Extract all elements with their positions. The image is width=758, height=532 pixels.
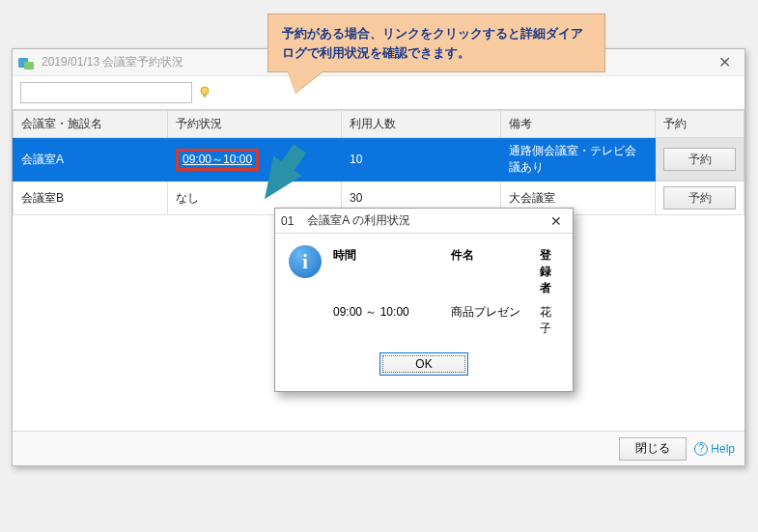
app-icon (18, 56, 36, 70)
annotation-callout: 予約がある場合、リンクをクリックすると詳細ダイアログで利用状況を確認できます。 (267, 14, 605, 72)
cell-reserve: 予約 (656, 138, 744, 182)
cell-note: 通路側会議室・テレビ会議あり (501, 138, 656, 182)
footer-bar: 閉じる ? Help (13, 431, 744, 465)
svg-rect-1 (204, 95, 207, 98)
reservation-grid: 会議室・施設名 予約状況 利用人数 備考 予約 会議室A 09:00～10:00… (13, 109, 744, 215)
grid-header-row: 会議室・施設名 予約状況 利用人数 備考 予約 (14, 111, 744, 138)
cell-room: 会議室B (14, 182, 168, 215)
val-time: 09:00 ～ 10:00 (333, 304, 434, 337)
col-room: 会議室・施設名 (14, 111, 168, 138)
help-link[interactable]: ? Help (694, 442, 735, 456)
col-capacity: 利用人数 (342, 111, 501, 138)
dialog-title-prefix: 01 (281, 214, 294, 228)
dialog-close-icon[interactable]: ✕ (546, 212, 567, 230)
close-icon[interactable]: ✕ (710, 53, 739, 72)
cell-reserve: 予約 (656, 182, 744, 215)
info-icon: i (289, 245, 322, 278)
ok-button[interactable]: OK (379, 352, 468, 376)
col-status: 予約状況 (168, 111, 342, 138)
svg-point-0 (201, 87, 209, 95)
col-reserve: 予約 (656, 111, 744, 138)
annotation-text: 予約がある場合、リンクをクリックすると詳細ダイアログで利用状況を確認できます。 (282, 26, 583, 60)
val-subject: 商品プレゼン (451, 304, 522, 337)
dialog-body: i 時間 件名 登録者 09:00 ～ 10:00 商品プレゼン 花子 OK (275, 234, 573, 391)
val-registrant: 花子 (540, 304, 559, 337)
hint-bulb-icon[interactable] (198, 86, 211, 99)
reserve-button[interactable]: 予約 (663, 186, 736, 210)
dialog-title-bar: 01 会議室A の利用状況 ✕ (275, 209, 573, 234)
reservation-link[interactable]: 09:00～10:00 (182, 153, 252, 166)
hdr-registrant: 登録者 (540, 247, 559, 296)
cell-capacity: 10 (342, 138, 501, 182)
detail-dialog: 01 会議室A の利用状況 ✕ i 時間 件名 登録者 09:00 ～ 10:0… (274, 208, 574, 392)
dialog-values: 09:00 ～ 10:00 商品プレゼン 花子 (333, 304, 559, 337)
toolbar (13, 76, 744, 109)
close-button[interactable]: 閉じる (619, 437, 687, 461)
help-icon: ? (694, 442, 708, 456)
help-label: Help (711, 442, 735, 456)
table-row[interactable]: 会議室A 09:00～10:00 10 通路側会議室・テレビ会議あり 予約 (14, 138, 744, 182)
hdr-subject: 件名 (451, 247, 519, 296)
dialog-title: 会議室A の利用状況 (307, 212, 410, 229)
highlight-box: 09:00～10:00 (176, 149, 259, 171)
cell-room: 会議室A (14, 138, 168, 182)
search-input[interactable] (20, 82, 192, 103)
dialog-headers: 時間 件名 登録者 (333, 247, 559, 296)
col-note: 備考 (501, 111, 656, 138)
window-title: 2019/01/13 会議室予約状況 (42, 54, 183, 70)
hdr-time: 時間 (333, 247, 430, 296)
reserve-button[interactable]: 予約 (663, 148, 736, 171)
cell-status: 09:00～10:00 (168, 138, 342, 182)
callout-tail-icon (288, 71, 323, 93)
